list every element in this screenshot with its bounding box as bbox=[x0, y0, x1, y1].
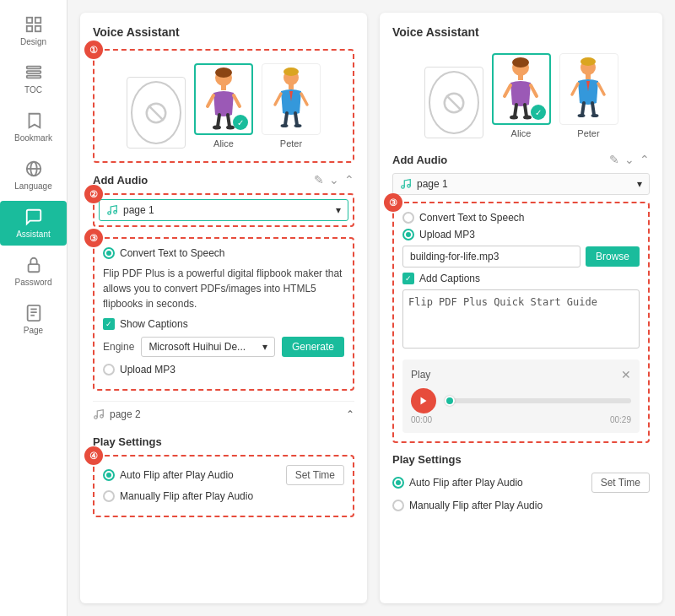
svg-point-38 bbox=[100, 415, 104, 419]
right-upload-radio-circle bbox=[402, 229, 414, 240]
right-file-input-row: Browse bbox=[402, 246, 640, 267]
chat-icon bbox=[24, 208, 43, 226]
sidebar-item-assistant[interactable]: Assistant bbox=[0, 201, 67, 246]
page1-label: page 1 bbox=[123, 204, 154, 216]
char-peter-name: Peter bbox=[280, 138, 302, 149]
sidebar-item-toc[interactable]: TOC bbox=[0, 57, 67, 101]
char-none[interactable] bbox=[127, 77, 186, 149]
svg-line-55 bbox=[592, 103, 594, 115]
char-none-avatar bbox=[127, 77, 186, 149]
sidebar-label-page: Page bbox=[24, 326, 43, 335]
add-audio-title: Add Audio bbox=[93, 174, 148, 186]
right-add-audio-title: Add Audio bbox=[392, 154, 447, 166]
no-avatar-circle bbox=[131, 81, 181, 144]
play-pause-button[interactable] bbox=[411, 388, 436, 413]
svg-rect-58 bbox=[586, 74, 591, 79]
progress-bar[interactable] bbox=[445, 398, 631, 403]
audio-icons: ✎ ⌄ ⌃ bbox=[314, 173, 354, 186]
manually-flip-radio[interactable]: Manually Flip after Play Audio bbox=[103, 490, 344, 502]
play-close-button[interactable]: ✕ bbox=[621, 368, 631, 381]
character-selection-region: ① bbox=[93, 49, 354, 163]
auto-flip-label: Auto Flip after Play Audio bbox=[120, 469, 234, 481]
play-settings-region: ④ Auto Flip after Play Audio Set Time Ma… bbox=[93, 455, 354, 517]
right-char-none-avatar bbox=[424, 67, 483, 138]
manually-flip-label: Manually Flip after Play Audio bbox=[120, 490, 253, 502]
right-chevron-down-icon[interactable]: ⌄ bbox=[624, 153, 634, 166]
svg-rect-2 bbox=[26, 26, 31, 31]
right-auto-flip-label: Auto Flip after Play Audio bbox=[409, 477, 523, 489]
chevron-down-icon[interactable]: ⌄ bbox=[329, 173, 339, 186]
svg-point-18 bbox=[215, 68, 232, 78]
svg-rect-6 bbox=[26, 76, 40, 78]
auto-flip-radio[interactable]: Auto Flip after Play Audio Set Time bbox=[103, 465, 344, 485]
chevron-up-icon[interactable]: ⌃ bbox=[344, 173, 354, 186]
svg-line-21 bbox=[218, 115, 219, 127]
right-char-peter-name: Peter bbox=[577, 128, 599, 138]
step3-badge: ③ bbox=[84, 229, 103, 247]
right-set-time-button[interactable]: Set Time bbox=[591, 473, 650, 493]
svg-line-54 bbox=[582, 103, 584, 115]
svg-rect-25 bbox=[221, 85, 226, 90]
right-alice-check: ✓ bbox=[531, 105, 546, 120]
right-upload-mp3-radio[interactable]: Upload MP3 bbox=[402, 229, 640, 240]
right-char-none[interactable] bbox=[424, 67, 483, 138]
right-file-input[interactable] bbox=[402, 246, 580, 267]
left-panel-title: Voice Assistant bbox=[93, 25, 354, 39]
sidebar-label-bookmark: Bookmark bbox=[14, 133, 52, 143]
right-edit-icon[interactable]: ✎ bbox=[609, 153, 619, 166]
right-char-selection: ✓ Alice bbox=[392, 49, 650, 143]
sidebar-item-password[interactable]: Password bbox=[0, 249, 67, 294]
show-captions-box: ✓ bbox=[103, 318, 115, 330]
step1-badge: ① bbox=[84, 41, 103, 59]
svg-line-40 bbox=[446, 95, 462, 111]
generate-button[interactable]: Generate bbox=[282, 337, 344, 357]
page1-dropdown[interactable]: page 1 ▾ bbox=[99, 199, 348, 221]
sidebar-item-page[interactable]: Page bbox=[0, 297, 67, 342]
sidebar-label-toc: TOC bbox=[24, 85, 42, 95]
char-alice[interactable]: ✓ Alice bbox=[194, 63, 253, 149]
engine-row: Engine Microsoft Huihui De... ▾ Generate bbox=[103, 337, 344, 357]
svg-point-59 bbox=[402, 186, 405, 189]
convert-text-radio[interactable]: Convert Text to Speech bbox=[103, 247, 344, 259]
svg-point-33 bbox=[294, 124, 301, 127]
right-convert-text-radio[interactable]: Convert Text to Speech bbox=[402, 212, 640, 224]
right-char-peter[interactable]: Peter bbox=[559, 53, 618, 138]
globe-icon bbox=[24, 159, 43, 178]
set-time-button-left[interactable]: Set Time bbox=[286, 465, 344, 485]
sidebar-item-design[interactable]: Design bbox=[0, 8, 67, 53]
upload-mp3-radio-circle bbox=[103, 364, 115, 376]
right-char-alice-avatar: ✓ bbox=[492, 53, 551, 125]
music-icon bbox=[106, 204, 118, 216]
sidebar-item-language[interactable]: Language bbox=[0, 153, 67, 197]
svg-line-30 bbox=[285, 113, 287, 125]
show-captions-checkbox[interactable]: ✓ Show Captions bbox=[103, 318, 344, 330]
engine-select[interactable]: Microsoft Huihui De... ▾ bbox=[141, 337, 275, 357]
right-audio-icons: ✎ ⌄ ⌃ bbox=[609, 153, 650, 166]
right-page1-arrow[interactable]: ▾ bbox=[637, 178, 642, 190]
svg-rect-5 bbox=[26, 71, 40, 73]
page2-row: page 2 ⌃ bbox=[93, 401, 354, 427]
time-start: 00:00 bbox=[411, 415, 432, 424]
right-add-captions-checkbox[interactable]: ✓ Add Captions bbox=[402, 273, 640, 284]
right-convert-text-label: Convert Text to Speech bbox=[419, 212, 525, 224]
svg-rect-10 bbox=[28, 264, 39, 272]
play-label: Play bbox=[411, 369, 430, 381]
right-char-alice[interactable]: ✓ Alice bbox=[492, 53, 551, 138]
char-peter-avatar bbox=[262, 63, 321, 135]
right-chevron-up-icon[interactable]: ⌃ bbox=[640, 153, 650, 166]
svg-point-35 bbox=[108, 212, 111, 215]
right-convert-radio-circle bbox=[402, 212, 414, 224]
right-auto-flip-radio[interactable]: Auto Flip after Play Audio Set Time bbox=[392, 473, 650, 493]
char-peter[interactable]: Peter bbox=[262, 63, 321, 149]
browse-button[interactable]: Browse bbox=[586, 246, 640, 267]
caption-textarea[interactable] bbox=[402, 289, 640, 349]
page2-chevron[interactable]: ⌃ bbox=[346, 408, 354, 420]
add-audio-header: Add Audio ✎ ⌄ ⌃ bbox=[93, 173, 354, 186]
svg-rect-1 bbox=[35, 18, 40, 23]
edit-icon[interactable]: ✎ bbox=[314, 173, 324, 186]
sidebar-item-bookmark[interactable]: Bookmark bbox=[0, 105, 67, 149]
upload-mp3-radio[interactable]: Upload MP3 bbox=[103, 364, 344, 376]
right-step3-badge: ③ bbox=[384, 193, 402, 212]
right-manually-flip-radio[interactable]: Manually Flip after Play Audio bbox=[392, 500, 650, 511]
right-char-alice-name: Alice bbox=[511, 128, 532, 138]
